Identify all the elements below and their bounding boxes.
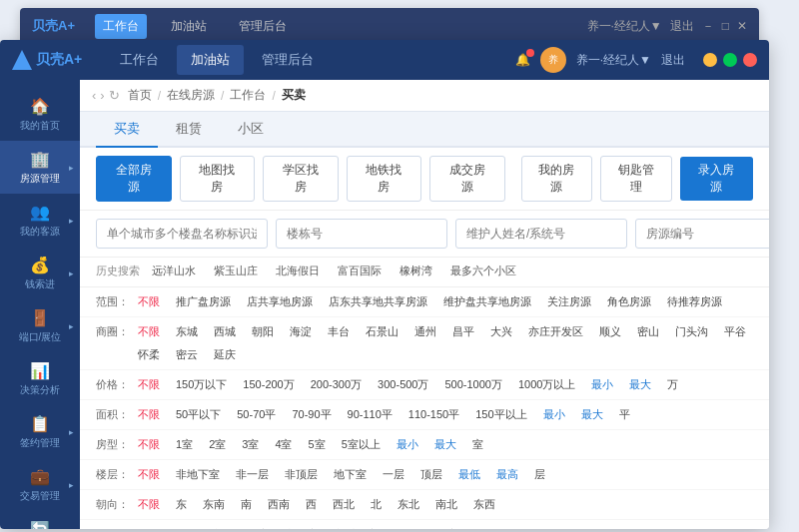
- sidebar-item-home[interactable]: 🏠 我的首页: [0, 88, 80, 141]
- key-manage-button[interactable]: 钥匙管理: [600, 156, 672, 202]
- filter-tag-floor-3[interactable]: 非顶层: [279, 465, 324, 484]
- breadcrumb-path[interactable]: 工作台: [230, 87, 266, 104]
- quick-tag-3[interactable]: 富百国际: [332, 262, 388, 280]
- filter-tab-all[interactable]: 全部房源: [96, 156, 172, 202]
- close-button[interactable]: [743, 53, 757, 67]
- sidebar-item-old-transaction[interactable]: 🔄 老交易管理 ▸: [0, 511, 80, 529]
- filter-tag-area-min[interactable]: 最小: [537, 405, 571, 424]
- filter-tag-price-1[interactable]: 150万以下: [170, 375, 233, 394]
- filter-tag-district-13[interactable]: 门头沟: [669, 322, 714, 341]
- search-building-input[interactable]: [276, 219, 447, 249]
- bg-exit[interactable]: 退出: [670, 18, 694, 35]
- filter-tag-orient-4[interactable]: 西南: [262, 495, 296, 514]
- filter-tab-metro[interactable]: 地铁找房: [347, 156, 422, 202]
- filter-tag-price-2[interactable]: 150-200万: [237, 375, 300, 394]
- filter-tag-floor-5[interactable]: 一层: [377, 465, 410, 484]
- filter-tag-room-6[interactable]: 5室以上: [336, 435, 387, 454]
- filter-tab-map[interactable]: 地图找房: [180, 156, 256, 202]
- filter-tag-floor-1[interactable]: 非地下室: [170, 465, 226, 484]
- filter-tag-district-8[interactable]: 昌平: [446, 322, 480, 341]
- filter-tag-floor-2[interactable]: 非一层: [230, 465, 275, 484]
- sidebar-item-transaction[interactable]: 💼 交易管理 ▸: [0, 458, 80, 511]
- filter-tag-price-0[interactable]: 不限: [132, 375, 166, 394]
- filter-tag-floor-4[interactable]: 地下室: [328, 465, 373, 484]
- quick-tag-4[interactable]: 橡树湾: [394, 262, 438, 280]
- breadcrumb-home[interactable]: 首页: [128, 87, 152, 104]
- filter-tag-area-max[interactable]: 最大: [575, 405, 609, 424]
- filter-tag-room-3[interactable]: 3室: [236, 435, 265, 454]
- forward-arrow-icon[interactable]: ›: [100, 88, 104, 103]
- filter-tag-price-4[interactable]: 300-500万: [372, 375, 434, 394]
- filter-tag-tag-1[interactable]: 不限贷: [181, 525, 226, 529]
- notification-bell-icon[interactable]: 🔔: [515, 53, 530, 67]
- tab-sale[interactable]: 买卖: [96, 112, 158, 148]
- filter-tag-room-min[interactable]: 最小: [391, 435, 424, 454]
- filter-tag-area-0[interactable]: 不限: [132, 405, 166, 424]
- quick-tag-2[interactable]: 北海假日: [270, 262, 326, 280]
- quick-tag-0[interactable]: 远洋山水: [146, 262, 202, 280]
- filter-tag-area-5[interactable]: 110-150平: [402, 405, 465, 424]
- filter-tag-district-4[interactable]: 海淀: [284, 322, 318, 341]
- filter-tag-area-6[interactable]: 150平以上: [469, 405, 532, 424]
- filter-tag-district-12[interactable]: 密山: [631, 322, 665, 341]
- filter-tab-school[interactable]: 学区找房: [263, 156, 339, 202]
- sidebar-item-contract[interactable]: 📋 签约管理 ▸: [0, 405, 80, 458]
- bg-minimize[interactable]: －: [702, 18, 714, 35]
- filter-tag-tag-2[interactable]: 学区房: [230, 525, 275, 529]
- filter-tag-floor-min[interactable]: 最低: [452, 465, 486, 484]
- bg-maximize[interactable]: □: [722, 19, 729, 33]
- filter-tag-room-2[interactable]: 2室: [203, 435, 232, 454]
- search-community-input[interactable]: [96, 219, 268, 249]
- filter-tag-price-more-min[interactable]: 最小: [585, 375, 619, 394]
- filter-tag-tag-3[interactable]: 电梯房: [279, 525, 324, 529]
- filter-tag-district-7[interactable]: 通州: [408, 322, 442, 341]
- search-id-input[interactable]: [635, 219, 769, 249]
- filter-tag-district-5[interactable]: 丰台: [322, 322, 356, 341]
- filter-tag-district-2[interactable]: 西城: [208, 322, 242, 341]
- filter-tag-district-16[interactable]: 密云: [170, 345, 204, 364]
- filter-tag-price-6[interactable]: 1000万以上: [512, 375, 581, 394]
- filter-tag-district-6[interactable]: 石景山: [360, 322, 404, 341]
- filter-tag-area-4[interactable]: 90-110平: [342, 405, 399, 424]
- filter-tag-range-6[interactable]: 角色房源: [601, 292, 657, 311]
- filter-tag-tag-0[interactable]: 不限购: [132, 525, 177, 529]
- filter-tag-orient-0[interactable]: 不限: [132, 495, 166, 514]
- filter-tag-range-0[interactable]: 不限: [132, 292, 166, 311]
- quick-tag-1[interactable]: 紫玉山庄: [208, 262, 264, 280]
- search-agent-input[interactable]: [455, 219, 627, 249]
- filter-tag-district-17[interactable]: 延庆: [208, 345, 242, 364]
- filter-tag-price-3[interactable]: 200-300万: [305, 375, 368, 394]
- filter-tag-district-10[interactable]: 亦庄开发区: [522, 322, 589, 341]
- tab-rent[interactable]: 租赁: [158, 112, 220, 148]
- filter-tag-range-2[interactable]: 店共享地房源: [241, 292, 319, 311]
- filter-tag-district-0[interactable]: 不限: [132, 322, 166, 341]
- filter-tag-tag-4[interactable]: 必看好房: [328, 525, 384, 529]
- filter-tag-orient-6[interactable]: 西北: [327, 495, 361, 514]
- filter-tag-orient-10[interactable]: 东西: [467, 495, 501, 514]
- filter-tab-closed[interactable]: 成交房源: [429, 156, 505, 202]
- filter-tag-price-more-max[interactable]: 最大: [623, 375, 657, 394]
- filter-tag-floor-6[interactable]: 顶层: [414, 465, 448, 484]
- filter-tag-range-5[interactable]: 关注房源: [541, 292, 597, 311]
- quick-tag-5[interactable]: 最多六个小区: [444, 262, 522, 280]
- filter-tag-district-15[interactable]: 怀柔: [132, 345, 166, 364]
- breadcrumb-workbench[interactable]: 在线房源: [167, 87, 215, 104]
- bg-nav-admin[interactable]: 管理后台: [231, 14, 295, 39]
- bg-user[interactable]: 养一·经纪人▼: [587, 18, 662, 35]
- filter-tag-district-14[interactable]: 平谷: [718, 322, 752, 341]
- sidebar-item-property[interactable]: 🏢 房源管理 ▸: [0, 141, 80, 194]
- sidebar-item-client[interactable]: 👥 我的客源 ▸: [0, 194, 80, 247]
- user-name[interactable]: 养一·经纪人▼: [576, 52, 651, 69]
- filter-tag-district-9[interactable]: 大兴: [484, 322, 518, 341]
- sidebar-item-money[interactable]: 💰 钱索进 ▸: [0, 247, 80, 299]
- filter-tag-range-3[interactable]: 店东共享地共享房源: [323, 292, 433, 311]
- filter-tag-price-5[interactable]: 500-1000万: [438, 375, 508, 394]
- filter-tag-area-1[interactable]: 50平以下: [170, 405, 227, 424]
- minimize-button[interactable]: [703, 53, 717, 67]
- filter-tag-area-3[interactable]: 70-90平: [286, 405, 337, 424]
- filter-tag-room-5[interactable]: 5室: [303, 435, 332, 454]
- exit-button[interactable]: 退出: [661, 52, 685, 69]
- bg-close[interactable]: ✕: [737, 19, 747, 33]
- filter-tag-floor-max[interactable]: 最高: [490, 465, 524, 484]
- filter-tag-room-4[interactable]: 4室: [269, 435, 298, 454]
